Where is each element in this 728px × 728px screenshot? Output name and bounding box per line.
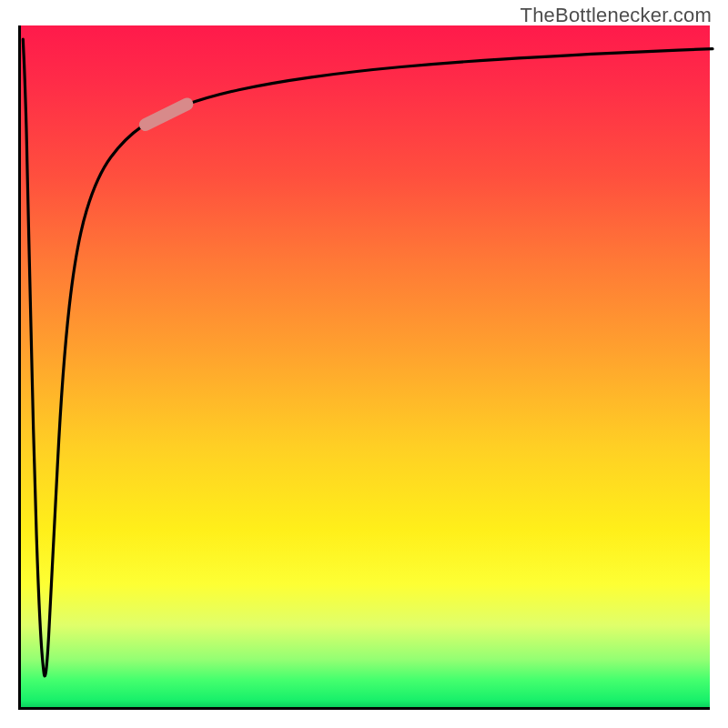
chart-plot-area bbox=[18, 25, 710, 710]
curve-highlight bbox=[146, 105, 187, 126]
bottleneck-curve bbox=[23, 39, 713, 676]
bottleneck-curve-svg bbox=[21, 25, 713, 710]
attribution-label: TheBottlenecker.com bbox=[521, 4, 712, 27]
